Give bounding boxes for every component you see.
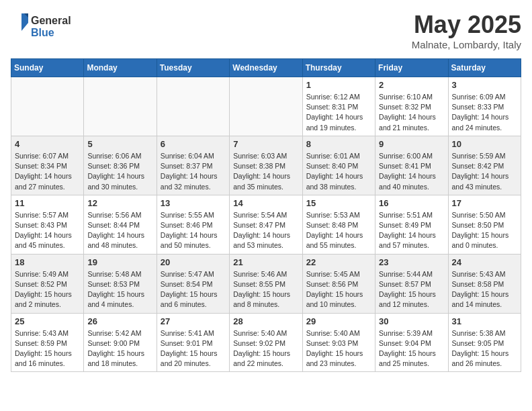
day-info: Sunrise: 5:50 AM Sunset: 8:50 PM Dayligh… xyxy=(452,210,517,251)
day-info: Sunrise: 5:56 AM Sunset: 8:44 PM Dayligh… xyxy=(87,210,152,251)
calendar-cell: 9Sunrise: 6:00 AM Sunset: 8:41 PM Daylig… xyxy=(375,136,448,195)
calendar-cell: 7Sunrise: 6:03 AM Sunset: 8:38 PM Daylig… xyxy=(230,136,302,195)
day-number: 13 xyxy=(161,198,226,208)
day-number: 6 xyxy=(161,139,226,149)
day-number: 2 xyxy=(379,80,444,90)
calendar-week-row: 18Sunrise: 5:49 AM Sunset: 8:52 PM Dayli… xyxy=(11,254,521,313)
calendar-cell: 17Sunrise: 5:50 AM Sunset: 8:50 PM Dayli… xyxy=(448,195,521,254)
day-info: Sunrise: 5:53 AM Sunset: 8:48 PM Dayligh… xyxy=(306,210,371,251)
day-number: 7 xyxy=(233,139,298,149)
day-number: 14 xyxy=(233,198,298,208)
day-number: 30 xyxy=(379,316,444,326)
day-number: 9 xyxy=(379,139,444,149)
calendar-cell: 24Sunrise: 5:43 AM Sunset: 8:58 PM Dayli… xyxy=(448,254,521,313)
day-number: 23 xyxy=(379,257,444,267)
day-number: 27 xyxy=(161,316,226,326)
day-number: 20 xyxy=(161,257,226,267)
day-info: Sunrise: 5:59 AM Sunset: 8:42 PM Dayligh… xyxy=(452,151,517,192)
calendar-cell: 27Sunrise: 5:41 AM Sunset: 9:01 PM Dayli… xyxy=(157,313,229,372)
calendar-cell: 11Sunrise: 5:57 AM Sunset: 8:43 PM Dayli… xyxy=(11,195,84,254)
location: Malnate, Lombardy, Italy xyxy=(412,39,521,50)
day-info: Sunrise: 5:45 AM Sunset: 8:56 PM Dayligh… xyxy=(306,269,371,310)
logo: General Blue xyxy=(11,11,78,40)
day-info: Sunrise: 5:42 AM Sunset: 9:00 PM Dayligh… xyxy=(87,328,152,369)
calendar-week-row: 1Sunrise: 6:12 AM Sunset: 8:31 PM Daylig… xyxy=(11,77,521,136)
weekday-header: Monday xyxy=(84,59,157,77)
day-info: Sunrise: 6:04 AM Sunset: 8:37 PM Dayligh… xyxy=(161,151,226,192)
calendar-cell: 16Sunrise: 5:51 AM Sunset: 8:49 PM Dayli… xyxy=(375,195,448,254)
calendar-body: 1Sunrise: 6:12 AM Sunset: 8:31 PM Daylig… xyxy=(11,77,521,372)
weekday-header: Saturday xyxy=(448,59,521,77)
svg-text:General: General xyxy=(31,15,71,26)
calendar-table: SundayMondayTuesdayWednesdayThursdayFrid… xyxy=(11,58,521,372)
day-info: Sunrise: 6:01 AM Sunset: 8:40 PM Dayligh… xyxy=(306,151,371,192)
calendar-cell: 31Sunrise: 5:38 AM Sunset: 9:05 PM Dayli… xyxy=(448,313,521,372)
day-info: Sunrise: 5:40 AM Sunset: 9:02 PM Dayligh… xyxy=(233,328,298,369)
day-info: Sunrise: 5:43 AM Sunset: 8:59 PM Dayligh… xyxy=(15,328,80,369)
calendar-cell xyxy=(84,77,157,136)
day-info: Sunrise: 5:43 AM Sunset: 8:58 PM Dayligh… xyxy=(452,269,517,310)
calendar-cell: 29Sunrise: 5:40 AM Sunset: 9:03 PM Dayli… xyxy=(302,313,375,372)
day-info: Sunrise: 6:00 AM Sunset: 8:41 PM Dayligh… xyxy=(379,151,444,192)
day-info: Sunrise: 6:09 AM Sunset: 8:33 PM Dayligh… xyxy=(452,92,517,133)
calendar-cell: 2Sunrise: 6:10 AM Sunset: 8:32 PM Daylig… xyxy=(375,77,448,136)
day-info: Sunrise: 6:06 AM Sunset: 8:36 PM Dayligh… xyxy=(87,151,152,192)
calendar-cell: 19Sunrise: 5:48 AM Sunset: 8:53 PM Dayli… xyxy=(84,254,157,313)
day-number: 8 xyxy=(306,139,371,149)
calendar-cell: 5Sunrise: 6:06 AM Sunset: 8:36 PM Daylig… xyxy=(84,136,157,195)
calendar-cell: 28Sunrise: 5:40 AM Sunset: 9:02 PM Dayli… xyxy=(230,313,302,372)
day-info: Sunrise: 5:38 AM Sunset: 9:05 PM Dayligh… xyxy=(452,328,517,369)
day-info: Sunrise: 5:57 AM Sunset: 8:43 PM Dayligh… xyxy=(15,210,80,251)
day-number: 5 xyxy=(87,139,152,149)
calendar-cell: 25Sunrise: 5:43 AM Sunset: 8:59 PM Dayli… xyxy=(11,313,84,372)
day-number: 10 xyxy=(452,139,517,149)
calendar-cell: 15Sunrise: 5:53 AM Sunset: 8:48 PM Dayli… xyxy=(302,195,375,254)
calendar-cell xyxy=(157,77,229,136)
calendar-cell: 6Sunrise: 6:04 AM Sunset: 8:37 PM Daylig… xyxy=(157,136,229,195)
day-info: Sunrise: 5:44 AM Sunset: 8:57 PM Dayligh… xyxy=(379,269,444,310)
day-info: Sunrise: 5:41 AM Sunset: 9:01 PM Dayligh… xyxy=(161,328,226,369)
calendar-cell: 20Sunrise: 5:47 AM Sunset: 8:54 PM Dayli… xyxy=(157,254,229,313)
day-info: Sunrise: 5:51 AM Sunset: 8:49 PM Dayligh… xyxy=(379,210,444,251)
day-info: Sunrise: 6:07 AM Sunset: 8:34 PM Dayligh… xyxy=(15,151,80,192)
day-number: 29 xyxy=(306,316,371,326)
calendar-cell: 14Sunrise: 5:54 AM Sunset: 8:47 PM Dayli… xyxy=(230,195,302,254)
page-header: General Blue May 2025 Malnate, Lombardy,… xyxy=(11,11,521,50)
day-number: 17 xyxy=(452,198,517,208)
calendar-cell: 22Sunrise: 5:45 AM Sunset: 8:56 PM Dayli… xyxy=(302,254,375,313)
day-number: 22 xyxy=(306,257,371,267)
calendar-cell: 21Sunrise: 5:46 AM Sunset: 8:55 PM Dayli… xyxy=(230,254,302,313)
day-info: Sunrise: 6:03 AM Sunset: 8:38 PM Dayligh… xyxy=(233,151,298,192)
calendar-cell: 4Sunrise: 6:07 AM Sunset: 8:34 PM Daylig… xyxy=(11,136,84,195)
day-info: Sunrise: 5:47 AM Sunset: 8:54 PM Dayligh… xyxy=(161,269,226,310)
calendar-cell: 1Sunrise: 6:12 AM Sunset: 8:31 PM Daylig… xyxy=(302,77,375,136)
day-number: 4 xyxy=(15,139,80,149)
day-number: 18 xyxy=(15,257,80,267)
day-info: Sunrise: 6:12 AM Sunset: 8:31 PM Dayligh… xyxy=(306,92,371,133)
title-block: May 2025 Malnate, Lombardy, Italy xyxy=(412,11,521,50)
day-info: Sunrise: 5:40 AM Sunset: 9:03 PM Dayligh… xyxy=(306,328,371,369)
day-info: Sunrise: 5:54 AM Sunset: 8:47 PM Dayligh… xyxy=(233,210,298,251)
day-info: Sunrise: 5:39 AM Sunset: 9:04 PM Dayligh… xyxy=(379,328,444,369)
calendar-week-row: 25Sunrise: 5:43 AM Sunset: 8:59 PM Dayli… xyxy=(11,313,521,372)
day-number: 11 xyxy=(15,198,80,208)
svg-text:Blue: Blue xyxy=(31,27,54,38)
calendar-cell: 18Sunrise: 5:49 AM Sunset: 8:52 PM Dayli… xyxy=(11,254,84,313)
day-info: Sunrise: 5:46 AM Sunset: 8:55 PM Dayligh… xyxy=(233,269,298,310)
day-number: 16 xyxy=(379,198,444,208)
day-number: 15 xyxy=(306,198,371,208)
day-number: 3 xyxy=(452,80,517,90)
calendar-week-row: 11Sunrise: 5:57 AM Sunset: 8:43 PM Dayli… xyxy=(11,195,521,254)
day-number: 31 xyxy=(452,316,517,326)
day-info: Sunrise: 5:49 AM Sunset: 8:52 PM Dayligh… xyxy=(15,269,80,310)
calendar-cell: 8Sunrise: 6:01 AM Sunset: 8:40 PM Daylig… xyxy=(302,136,375,195)
calendar-cell xyxy=(11,77,84,136)
calendar-cell: 26Sunrise: 5:42 AM Sunset: 9:00 PM Dayli… xyxy=(84,313,157,372)
calendar-header-row: SundayMondayTuesdayWednesdayThursdayFrid… xyxy=(11,59,521,77)
day-number: 12 xyxy=(87,198,152,208)
day-number: 28 xyxy=(233,316,298,326)
calendar-cell: 30Sunrise: 5:39 AM Sunset: 9:04 PM Dayli… xyxy=(375,313,448,372)
weekday-header: Sunday xyxy=(11,59,84,77)
day-number: 26 xyxy=(87,316,152,326)
day-number: 25 xyxy=(15,316,80,326)
